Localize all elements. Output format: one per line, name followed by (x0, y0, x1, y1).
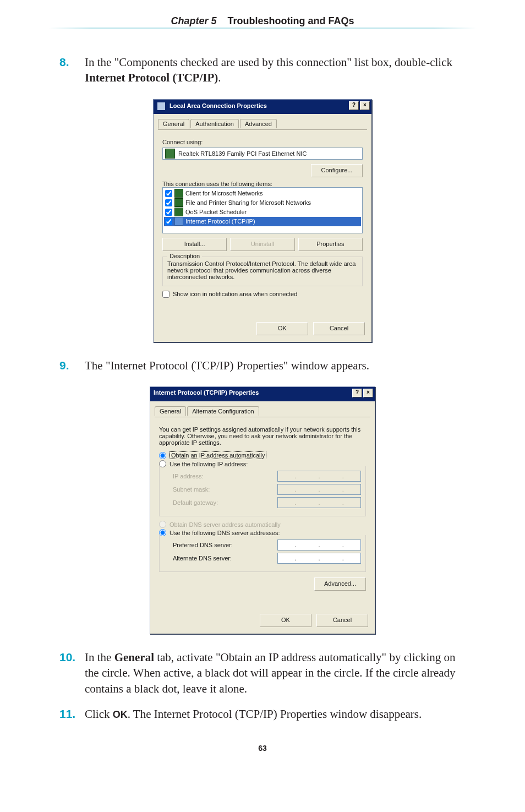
radio-obtain-dns (159, 521, 166, 528)
checkbox[interactable] (165, 218, 172, 225)
list-item[interactable]: QoS Packet Scheduler (164, 208, 361, 217)
smallcaps: TCP/IP (195, 359, 229, 372)
bold: General (114, 651, 154, 664)
description-text: Transmission Control Protocol/Internet P… (167, 260, 358, 280)
tab-row: General Alternate Configuration (155, 406, 370, 417)
text: . The Internet Protocol ( (128, 707, 239, 721)
dialog-tcpip-properties: Internet Protocol (TCP/IP) Properties ? … (150, 386, 375, 634)
pdns-field[interactable]: ... (277, 539, 361, 551)
list-item[interactable]: File and Printer Sharing for Microsoft N… (164, 198, 361, 208)
ip-field: ... (277, 471, 361, 482)
list-item[interactable]: Client for Microsoft Networks (164, 189, 361, 198)
item-label: Client for Microsoft Networks (185, 190, 263, 197)
step-body: The "Internet Protocol (TCP/IP) Properti… (85, 358, 466, 373)
properties-button[interactable]: Properties (298, 238, 363, 251)
smallcaps: TCP/IP (176, 71, 214, 84)
radio-obtain-ip[interactable] (159, 452, 166, 459)
dialog-lan-properties: Local Area Connection Properties ? × Gen… (153, 99, 372, 342)
nic-box[interactable]: Realtek RTL8139 Family PCI Fast Ethernet… (162, 148, 363, 160)
checkbox[interactable] (165, 190, 172, 197)
step-11: 11. Click OK. The Internet Protocol (TCP… (59, 706, 466, 722)
close-button[interactable]: × (363, 389, 373, 397)
radio-label: Obtain DNS server address automatically (169, 521, 281, 528)
chapter-label: Chapter 5 (171, 15, 216, 26)
tab-advanced[interactable]: Advanced (240, 119, 277, 128)
configure-button[interactable]: Configure... (311, 164, 363, 177)
chapter-header: Chapter 5 Troubleshooting and FAQs (171, 15, 354, 27)
intro-text: You can get IP settings assigned automat… (159, 426, 366, 446)
show-icon-checkbox[interactable] (162, 291, 169, 298)
step-10: 10. In the General tab, activate "Obtain… (59, 650, 466, 696)
tab-general[interactable]: General (155, 406, 186, 416)
step-body: In the General tab, activate "Obtain an … (85, 650, 466, 696)
step-number: 8. (59, 55, 85, 86)
step-number: 11. (59, 706, 85, 722)
header-rule (48, 28, 477, 29)
cancel-button[interactable]: Cancel (313, 322, 365, 335)
ok-button[interactable]: OK (260, 614, 311, 627)
help-button[interactable]: ? (349, 101, 359, 110)
items-label: This connection uses the following items… (162, 181, 363, 187)
checkbox[interactable] (165, 209, 172, 216)
step-9: 9. The "Internet Protocol (TCP/IP) Prope… (59, 358, 466, 373)
components-listbox[interactable]: Client for Microsoft Networks File and P… (162, 187, 363, 233)
close-button[interactable]: × (360, 101, 370, 110)
text: ) Properties" window appears. (229, 359, 369, 372)
adns-field[interactable]: ... (277, 553, 361, 564)
text: The "Internet Protocol ( (85, 359, 195, 372)
window-icon (157, 102, 166, 111)
list-item-selected[interactable]: Internet Protocol (TCP/IP) (164, 217, 361, 226)
nic-name: Realtek RTL8139 Family PCI Fast Ethernet… (178, 148, 307, 159)
item-label: File and Printer Sharing for Microsoft N… (185, 199, 311, 206)
nic-icon (165, 149, 175, 159)
text: ) Properties window disappears. (274, 707, 422, 721)
text: In the (85, 651, 114, 664)
subnet-field: ... (277, 484, 361, 495)
bold: Internet Protocol ( (85, 71, 176, 84)
step-body: Click OK. The Internet Protocol (TCP/IP)… (85, 706, 466, 722)
tab-alternate[interactable]: Alternate Configuration (187, 406, 259, 416)
step-body: In the "Components checked are used by t… (85, 55, 466, 86)
uninstall-button: Uninstall (230, 238, 294, 251)
advanced-button[interactable]: Advanced... (314, 577, 366, 591)
subnet-label: Subnet mask: (173, 486, 277, 493)
titlebar[interactable]: Local Area Connection Properties ? × (154, 100, 371, 114)
show-icon-label: Show icon in notification area when conn… (173, 291, 297, 297)
component-icon (174, 198, 183, 207)
page-number: 63 (0, 744, 525, 753)
ip-label: IP address: (173, 473, 277, 479)
step-8: 8. In the "Components checked are used b… (59, 55, 466, 86)
pdns-label: Preferred DNS server: (173, 542, 277, 548)
component-icon (174, 208, 183, 216)
install-button[interactable]: Install... (162, 238, 227, 251)
titlebar[interactable]: Internet Protocol (TCP/IP) Properties ? … (150, 387, 375, 401)
help-button[interactable]: ? (352, 389, 362, 397)
gateway-field: ... (277, 497, 361, 508)
component-icon (174, 217, 183, 226)
ok-smallcaps: OK (113, 709, 128, 720)
item-label: Internet Protocol (TCP/IP) (185, 218, 255, 225)
chapter-title-text: Troubleshooting and FAQs (228, 15, 354, 26)
text: In the "Components checked are used by t… (85, 56, 452, 69)
tab-general[interactable]: General (158, 119, 189, 129)
checkbox[interactable] (165, 199, 172, 206)
window-title: Internet Protocol (TCP/IP) Properties (154, 389, 259, 396)
smallcaps: TCP/IP (239, 707, 274, 721)
gateway-label: Default gateway: (173, 499, 277, 506)
text: . (218, 71, 221, 84)
component-icon (174, 189, 183, 198)
connect-using-label: Connect using: (162, 139, 363, 145)
tab-authentication[interactable]: Authentication (190, 119, 239, 128)
ok-button[interactable]: OK (256, 322, 308, 335)
item-label: QoS Packet Scheduler (185, 209, 247, 215)
step-number: 9. (59, 358, 85, 373)
description-label: Description (167, 253, 202, 259)
cancel-button[interactable]: Cancel (316, 614, 368, 627)
adns-label: Alternate DNS server: (173, 555, 277, 562)
radio-label: Obtain an IP address automatically (169, 451, 266, 459)
tab-row: General Authentication Advanced (158, 118, 367, 130)
window-title: Local Area Connection Properties (169, 102, 267, 109)
step-number: 10. (59, 650, 85, 696)
text: Click (85, 707, 113, 721)
